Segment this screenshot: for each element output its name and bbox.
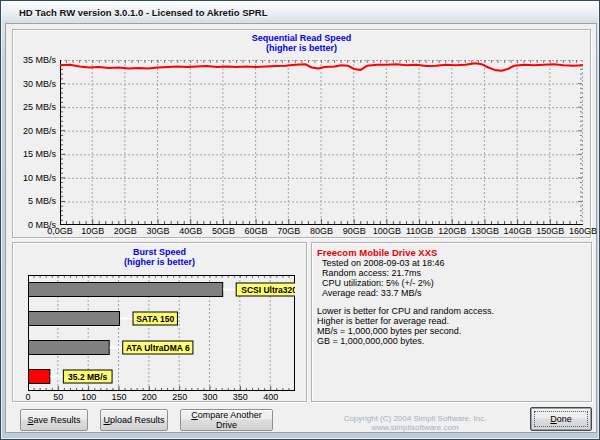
y-tick-label: 15 MB/s: [14, 150, 56, 159]
sequential-chart-title: Sequential Read Speed: [13, 33, 590, 43]
y-tick-label: 5 MB/s: [14, 197, 56, 206]
burst-bar: [29, 370, 50, 384]
legend-note-line: Lower is better for CPU and random acces…: [317, 306, 494, 316]
x-tick-label: 60GB: [238, 227, 274, 236]
compare-another-drive-button[interactable]: Compare Another Drive: [180, 409, 273, 431]
burst-chart-subtitle: (higher is better): [13, 257, 306, 267]
x-tick-label: 160GB: [565, 227, 600, 236]
bar-label: 35.2 MB/s: [68, 372, 107, 382]
y-tick-label: 35 MB/s: [14, 56, 56, 65]
copyright-text: Copyright (C) 2004 Simpli Software, Inc.…: [302, 414, 528, 432]
y-tick-label: 10 MB/s: [14, 174, 56, 183]
x-tick-label: 110GB: [402, 227, 438, 236]
upload-results-button[interactable]: Upload Results: [100, 409, 168, 431]
legend-note-line: MB/s = 1,000,000 bytes per second.: [317, 326, 494, 336]
x-tick-label: 80GB: [304, 227, 340, 236]
bar-label: ATA UltraDMA 6: [126, 343, 190, 353]
test-details: Tested on 2008-09-03 at 18:46Random acce…: [322, 258, 445, 298]
burst-x-tick-label: 300: [198, 393, 222, 402]
x-tick-label: 30GB: [140, 227, 176, 236]
x-tick-label: 40GB: [173, 227, 209, 236]
sequential-chart-subtitle: (higher is better): [13, 43, 590, 53]
x-tick-label: 150GB: [532, 227, 568, 236]
x-tick-label: 90GB: [336, 227, 372, 236]
drive-name: Freecom Mobile Drive XXS: [317, 247, 437, 258]
y-tick-label: 30 MB/s: [14, 80, 56, 89]
burst-x-tick-label: 0: [16, 393, 40, 402]
x-tick-label: 20GB: [107, 227, 143, 236]
save-results-button[interactable]: Save Results: [20, 409, 88, 431]
burst-bar: [29, 283, 223, 297]
legend-note-line: GB = 1,000,000,000 bytes.: [317, 336, 494, 346]
burst-speed-plot: SCSI Ultra320SATA 150ATA UltraDMA 635.2 …: [28, 275, 295, 391]
test-detail-line: Tested on 2008-09-03 at 18:46: [322, 258, 445, 268]
burst-x-tick-label: 200: [137, 393, 161, 402]
bar-label: SCSI Ultra320: [241, 285, 295, 295]
y-tick-label: 25 MB/s: [14, 103, 56, 112]
burst-x-tick-label: 150: [107, 393, 131, 402]
title-bar[interactable]: HD Tach RW version 3.0.1.0 - Licensed to…: [2, 2, 598, 23]
legend-note-line: Higher is better for average read.: [317, 316, 494, 326]
burst-x-tick-label: 250: [168, 393, 192, 402]
x-tick-label: 10GB: [75, 227, 111, 236]
app-window: HD Tach RW version 3.0.1.0 - Licensed to…: [0, 0, 600, 440]
bar-label: SATA 150: [136, 314, 174, 324]
burst-bar: [29, 312, 120, 326]
test-detail-line: CPU utilization: 5% (+/- 2%): [322, 278, 445, 288]
drive-info-panel: Freecom Mobile Drive XXS Tested on 2008-…: [311, 242, 592, 402]
sequential-read-plot: [60, 60, 583, 225]
x-tick-label: 70GB: [271, 227, 307, 236]
burst-chart-title: Burst Speed: [13, 247, 306, 257]
burst-speed-chart: SCSI Ultra320SATA 150ATA UltraDMA 635.2 …: [28, 275, 295, 391]
test-detail-line: Average read: 33.7 MB/s: [322, 288, 445, 298]
x-tick-label: 140GB: [500, 227, 536, 236]
window-title: HD Tach RW version 3.0.1.0 - Licensed to…: [19, 7, 267, 18]
burst-x-tick-label: 400: [259, 393, 283, 402]
x-tick-label: 100GB: [369, 227, 405, 236]
burst-x-tick-label: 50: [46, 393, 70, 402]
x-tick-label: 130GB: [467, 227, 503, 236]
burst-x-tick-label: 350: [228, 393, 252, 402]
sequential-read-panel: Sequential Read Speed (higher is better)…: [12, 29, 591, 238]
burst-bar: [29, 341, 110, 355]
burst-x-tick-label: 100: [77, 393, 101, 402]
burst-speed-panel: Burst Speed (higher is better) 050100150…: [12, 242, 307, 402]
y-tick-label: 20 MB/s: [14, 127, 56, 136]
client-area: Sequential Read Speed (higher is better)…: [5, 23, 597, 433]
x-tick-label: 0,0GB: [42, 227, 78, 236]
test-detail-line: Random access: 21.7ms: [322, 268, 445, 278]
sequential-read-chart: [60, 60, 583, 225]
x-tick-label: 120GB: [434, 227, 470, 236]
done-button[interactable]: Done: [530, 407, 592, 431]
legend-notes: Lower is better for CPU and random acces…: [317, 306, 494, 346]
x-tick-label: 50GB: [205, 227, 241, 236]
